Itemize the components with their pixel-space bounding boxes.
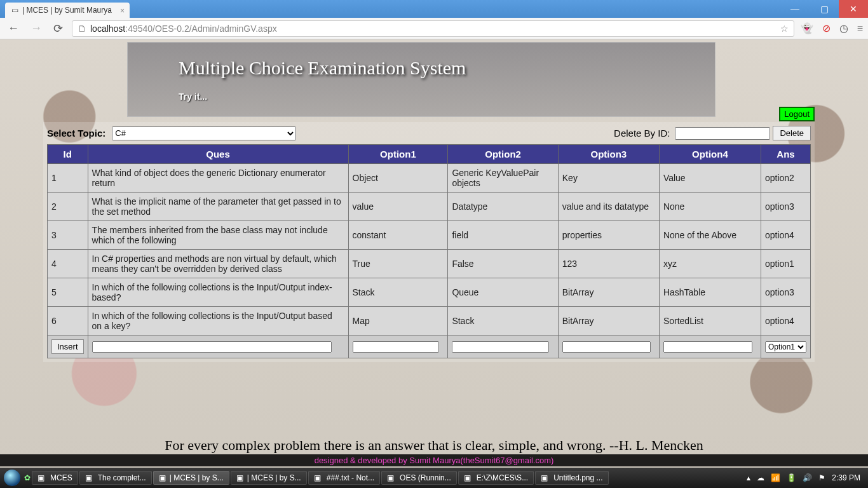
footer-quote: For every complex problem there is an an…: [0, 437, 868, 454]
col-option2[interactable]: Option2: [448, 145, 558, 164]
cell: Datatype: [448, 193, 558, 221]
app-icon: ▣: [159, 473, 166, 482]
cell: value: [348, 193, 448, 221]
app-icon: ▣: [541, 473, 550, 482]
cell: What kind of object does the generic Dic…: [88, 164, 348, 193]
tray-app-icon[interactable]: ✿: [24, 473, 31, 482]
delete-button[interactable]: Delete: [773, 126, 811, 140]
taskbar-item[interactable]: ▣The complet...: [79, 471, 152, 485]
tab-title: | MCES | by Sumit Maurya: [22, 6, 112, 15]
col-ans[interactable]: Ans: [761, 145, 810, 164]
delete-id-input[interactable]: [675, 127, 770, 140]
cell: In which of the following collections is…: [88, 307, 348, 336]
taskbar-item-label: The complet...: [98, 473, 146, 482]
new-option2-input[interactable]: [452, 341, 548, 353]
cell: None of the Above: [659, 221, 761, 250]
cell: 4: [48, 250, 88, 278]
table-row: 3The members inherited from the base cla…: [48, 221, 811, 250]
col-option4[interactable]: Option4: [659, 145, 761, 164]
cell: option4: [761, 221, 810, 250]
cell: BitArray: [558, 278, 659, 307]
app-icon: ▣: [236, 473, 243, 482]
questions-table: IdQuesOption1Option2Option3Option4Ans 1W…: [47, 144, 811, 358]
cell: option3: [761, 278, 810, 307]
page-title: Multiple Choice Examination System: [179, 57, 715, 79]
menu-icon[interactable]: ≡: [857, 23, 863, 34]
cell: Object: [348, 164, 448, 193]
start-button[interactable]: [4, 470, 20, 486]
cell: Key: [558, 164, 659, 193]
cell: 5: [48, 278, 88, 307]
cell: Generic KeyValuePair objects: [448, 164, 558, 193]
taskbar-item-label: | MCES | by S...: [247, 473, 301, 482]
taskbar-item[interactable]: ▣OES (Runnin...: [381, 471, 457, 485]
tray-arrow-icon[interactable]: ▴: [747, 473, 750, 482]
close-tab-icon[interactable]: ×: [120, 6, 125, 15]
cell: xyz: [659, 250, 761, 278]
col-id[interactable]: Id: [48, 145, 88, 164]
cell: None: [659, 193, 761, 221]
topic-select[interactable]: C#: [112, 126, 296, 140]
new-option4-input[interactable]: [663, 341, 752, 353]
col-option1[interactable]: Option1: [348, 145, 448, 164]
cell: option3: [761, 193, 810, 221]
col-ques[interactable]: Ques: [88, 145, 348, 164]
forward-button[interactable]: →: [28, 22, 44, 35]
adblock-icon[interactable]: ⊘: [822, 22, 831, 34]
new-option1-input[interactable]: [353, 341, 440, 353]
site-info-icon[interactable]: 🗋: [78, 24, 86, 34]
cell: Stack: [348, 278, 448, 307]
page-icon: ▭: [11, 6, 18, 15]
cell: Queue: [448, 278, 558, 307]
cell: 2: [48, 193, 88, 221]
extension-icon[interactable]: 👻: [801, 22, 813, 34]
system-tray: ▴ ☁ 📶 🔋 🔊 ⚑ 2:39 PM: [747, 473, 864, 482]
col-option3[interactable]: Option3: [558, 145, 659, 164]
tray-volume-icon[interactable]: 🔊: [803, 473, 812, 482]
tray-network-icon[interactable]: 📶: [771, 473, 780, 482]
minimize-button[interactable]: —: [780, 0, 810, 18]
tray-flag-icon[interactable]: ⚑: [818, 473, 825, 482]
taskbar-item[interactable]: ▣E:\Z\MCES\S...: [458, 471, 534, 485]
tray-battery-icon[interactable]: 🔋: [787, 473, 796, 482]
cell: field: [448, 221, 558, 250]
cell: False: [448, 250, 558, 278]
taskbar-item-label: E:\Z\MCES\S...: [477, 473, 528, 482]
new-ans-select[interactable]: Option1: [765, 341, 806, 353]
page-subtitle: Try it...: [179, 92, 715, 102]
table-row: 2What is the implicit name of the parame…: [48, 193, 811, 221]
app-icon: ▣: [464, 473, 473, 482]
taskbar-item-label: | MCES | by S...: [170, 473, 224, 482]
taskbar-item[interactable]: ▣###.txt - Not...: [308, 471, 380, 485]
reload-button[interactable]: ⟳: [51, 22, 65, 36]
insert-button[interactable]: Insert: [51, 339, 84, 354]
app-icon: ▣: [387, 473, 396, 482]
url-host: localhost: [90, 24, 125, 34]
back-button[interactable]: ←: [5, 22, 22, 35]
clock[interactable]: 2:39 PM: [832, 473, 860, 482]
table-row: 4In C# properties and methods are non vi…: [48, 250, 811, 278]
taskbar-item[interactable]: ▣| MCES | by S...: [231, 471, 307, 485]
cell: option2: [761, 164, 810, 193]
taskbar-item[interactable]: ▣| MCES | by S...: [153, 471, 229, 485]
logout-button[interactable]: Logout: [779, 107, 815, 121]
cell: BitArray: [558, 307, 659, 336]
cell: In which of the following collections is…: [88, 278, 348, 307]
taskbar-item[interactable]: ▣Untitled.png ...: [535, 471, 608, 485]
new-ques-input[interactable]: [92, 341, 332, 353]
cell: Value: [659, 164, 761, 193]
taskbar-item-label: ###.txt - Not...: [327, 473, 374, 482]
page-header: Multiple Choice Examination System Try i…: [127, 42, 715, 117]
history-icon[interactable]: ◷: [839, 22, 848, 34]
browser-tab[interactable]: ▭ | MCES | by Sumit Maurya ×: [5, 3, 130, 18]
close-window-button[interactable]: ✕: [839, 0, 868, 18]
taskbar-item-label: MCES: [50, 473, 72, 482]
windows-taskbar: ✿ ▣MCES▣The complet...▣| MCES | by S...▣…: [0, 468, 868, 488]
taskbar-item[interactable]: ▣MCES: [32, 471, 78, 485]
address-bar[interactable]: 🗋 localhost:49540/OES-0.2/Admin/adminGV.…: [72, 20, 794, 37]
bookmark-star-icon[interactable]: ☆: [780, 24, 789, 34]
maximize-button[interactable]: ▢: [810, 0, 839, 18]
tray-sync-icon[interactable]: ☁: [757, 473, 764, 482]
new-option3-input[interactable]: [562, 341, 651, 353]
cell: 123: [558, 250, 659, 278]
